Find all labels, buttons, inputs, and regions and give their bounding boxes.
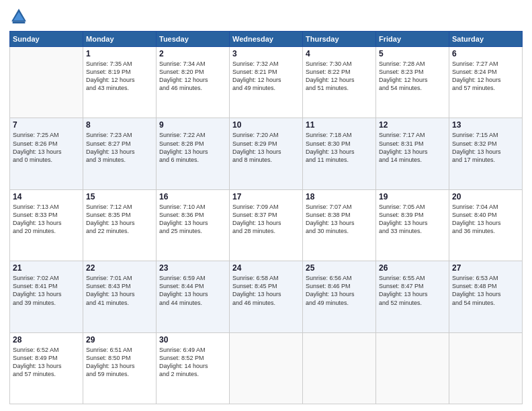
day-number: 7 bbox=[13, 120, 80, 130]
day-info-line: and 0 minutes. bbox=[13, 156, 80, 164]
day-number: 17 bbox=[232, 192, 300, 201]
day-info-line: Sunset: 8:44 PM bbox=[159, 282, 226, 290]
day-number: 26 bbox=[379, 263, 446, 273]
day-info: Sunrise: 6:51 AMSunset: 8:50 PMDaylight:… bbox=[86, 346, 153, 379]
calendar-header-wednesday: Wednesday bbox=[230, 32, 303, 47]
day-info-line: and 59 minutes. bbox=[86, 370, 153, 378]
day-info-line: Sunrise: 7:02 AM bbox=[13, 274, 80, 282]
day-info-line: Sunrise: 7:12 AM bbox=[86, 203, 153, 211]
day-info-line: Sunset: 8:33 PM bbox=[13, 211, 80, 219]
day-info-line: and 14 minutes. bbox=[379, 156, 446, 164]
day-number: 18 bbox=[306, 192, 373, 201]
day-number: 10 bbox=[232, 120, 300, 130]
calendar-cell: 22Sunrise: 7:01 AMSunset: 8:43 PMDayligh… bbox=[83, 261, 157, 332]
calendar-header-row: SundayMondayTuesdayWednesdayThursdayFrid… bbox=[10, 32, 523, 47]
day-info-line: Sunset: 8:23 PM bbox=[379, 68, 446, 76]
day-info-line: Sunrise: 7:01 AM bbox=[86, 274, 153, 282]
day-number: 24 bbox=[232, 263, 300, 273]
logo bbox=[9, 7, 31, 26]
day-info: Sunrise: 7:02 AMSunset: 8:41 PMDaylight:… bbox=[13, 274, 80, 307]
calendar-cell: 21Sunrise: 7:02 AMSunset: 8:41 PMDayligh… bbox=[10, 261, 83, 332]
day-info-line: Sunrise: 7:13 AM bbox=[13, 203, 80, 211]
day-info-line: Daylight: 12 hours bbox=[232, 76, 300, 84]
calendar-cell: 18Sunrise: 7:07 AMSunset: 8:38 PMDayligh… bbox=[303, 189, 376, 261]
day-info-line: Sunrise: 7:30 AM bbox=[306, 60, 373, 68]
day-info-line: Sunset: 8:29 PM bbox=[232, 140, 300, 148]
day-info-line: and 22 minutes. bbox=[86, 227, 153, 235]
day-info-line: and 2 minutes. bbox=[159, 370, 226, 378]
day-number: 22 bbox=[86, 263, 153, 273]
day-info-line: Daylight: 13 hours bbox=[13, 290, 80, 298]
day-info-line: Sunset: 8:47 PM bbox=[379, 282, 446, 290]
day-info: Sunrise: 7:23 AMSunset: 8:27 PMDaylight:… bbox=[86, 131, 153, 164]
calendar-week-row: 7Sunrise: 7:25 AMSunset: 8:26 PMDaylight… bbox=[10, 118, 523, 189]
day-info-line: and 17 minutes. bbox=[452, 156, 519, 164]
day-info-line: Daylight: 13 hours bbox=[13, 219, 80, 227]
day-info-line: Sunset: 8:22 PM bbox=[306, 68, 373, 76]
day-info-line: Sunrise: 6:49 AM bbox=[159, 346, 226, 354]
day-info-line: Sunset: 8:32 PM bbox=[452, 140, 519, 148]
day-info: Sunrise: 6:59 AMSunset: 8:44 PMDaylight:… bbox=[159, 274, 226, 307]
calendar-week-row: 28Sunrise: 6:52 AMSunset: 8:49 PMDayligh… bbox=[10, 332, 523, 404]
day-info-line: Sunset: 8:21 PM bbox=[232, 68, 300, 76]
day-info-line: Sunset: 8:50 PM bbox=[86, 354, 153, 362]
calendar-cell: 17Sunrise: 7:09 AMSunset: 8:37 PMDayligh… bbox=[230, 189, 303, 261]
calendar-cell: 7Sunrise: 7:25 AMSunset: 8:26 PMDaylight… bbox=[10, 118, 83, 189]
day-info-line: and 8 minutes. bbox=[232, 156, 300, 164]
calendar-cell: 6Sunrise: 7:27 AMSunset: 8:24 PMDaylight… bbox=[449, 47, 523, 118]
day-info-line: Sunrise: 7:10 AM bbox=[159, 203, 226, 211]
calendar-week-row: 14Sunrise: 7:13 AMSunset: 8:33 PMDayligh… bbox=[10, 189, 523, 261]
day-info-line: Daylight: 13 hours bbox=[159, 148, 226, 156]
day-info: Sunrise: 7:13 AMSunset: 8:33 PMDaylight:… bbox=[13, 203, 80, 236]
day-info-line: Sunrise: 6:51 AM bbox=[86, 346, 153, 354]
day-info: Sunrise: 7:18 AMSunset: 8:30 PMDaylight:… bbox=[306, 131, 373, 164]
day-info-line: Sunrise: 7:34 AM bbox=[159, 60, 226, 68]
day-info: Sunrise: 7:10 AMSunset: 8:36 PMDaylight:… bbox=[159, 203, 226, 236]
day-info-line: Daylight: 12 hours bbox=[379, 76, 446, 84]
day-info-line: Daylight: 13 hours bbox=[159, 219, 226, 227]
day-info-line: Sunrise: 7:17 AM bbox=[379, 131, 446, 139]
day-info-line: Sunrise: 6:59 AM bbox=[159, 274, 226, 282]
day-info-line: Daylight: 13 hours bbox=[13, 362, 80, 370]
day-info-line: Sunset: 8:27 PM bbox=[86, 140, 153, 148]
day-info-line: Daylight: 13 hours bbox=[452, 290, 519, 298]
calendar-cell: 19Sunrise: 7:05 AMSunset: 8:39 PMDayligh… bbox=[376, 189, 449, 261]
calendar-cell: 24Sunrise: 6:58 AMSunset: 8:45 PMDayligh… bbox=[230, 261, 303, 332]
calendar-cell: 30Sunrise: 6:49 AMSunset: 8:52 PMDayligh… bbox=[157, 332, 230, 404]
day-info-line: Daylight: 13 hours bbox=[452, 219, 519, 227]
day-info-line: Daylight: 13 hours bbox=[13, 148, 80, 156]
day-info: Sunrise: 6:53 AMSunset: 8:48 PMDaylight:… bbox=[452, 274, 519, 307]
calendar-cell bbox=[303, 332, 376, 404]
day-info-line: Sunset: 8:24 PM bbox=[452, 68, 519, 76]
day-number: 20 bbox=[452, 192, 519, 201]
day-info-line: Sunset: 8:48 PM bbox=[452, 282, 519, 290]
day-info-line: and 57 minutes. bbox=[452, 84, 519, 92]
calendar-week-row: 21Sunrise: 7:02 AMSunset: 8:41 PMDayligh… bbox=[10, 261, 523, 332]
day-info-line: Sunrise: 7:18 AM bbox=[306, 131, 373, 139]
day-info-line: Sunrise: 7:23 AM bbox=[86, 131, 153, 139]
day-info-line: Sunrise: 7:27 AM bbox=[452, 60, 519, 68]
day-info-line: Daylight: 13 hours bbox=[86, 362, 153, 370]
day-number: 2 bbox=[159, 49, 226, 58]
day-info-line: Sunset: 8:43 PM bbox=[86, 282, 153, 290]
day-info-line: Daylight: 13 hours bbox=[306, 290, 373, 298]
calendar-cell: 25Sunrise: 6:56 AMSunset: 8:46 PMDayligh… bbox=[303, 261, 376, 332]
day-info: Sunrise: 7:22 AMSunset: 8:28 PMDaylight:… bbox=[159, 131, 226, 164]
day-info: Sunrise: 7:34 AMSunset: 8:20 PMDaylight:… bbox=[159, 60, 226, 93]
calendar-cell: 20Sunrise: 7:04 AMSunset: 8:40 PMDayligh… bbox=[449, 189, 523, 261]
day-info-line: Daylight: 13 hours bbox=[306, 148, 373, 156]
day-info-line: Sunset: 8:26 PM bbox=[13, 140, 80, 148]
day-number: 1 bbox=[86, 49, 153, 58]
day-info: Sunrise: 7:07 AMSunset: 8:38 PMDaylight:… bbox=[306, 203, 373, 236]
day-number: 6 bbox=[452, 49, 519, 58]
day-number: 16 bbox=[159, 192, 226, 201]
page: SundayMondayTuesdayWednesdayThursdayFrid… bbox=[0, 0, 532, 411]
day-info-line: and 44 minutes. bbox=[159, 299, 226, 307]
day-info-line: Sunset: 8:30 PM bbox=[306, 140, 373, 148]
svg-rect-2 bbox=[13, 21, 26, 24]
calendar-cell: 13Sunrise: 7:15 AMSunset: 8:32 PMDayligh… bbox=[449, 118, 523, 189]
calendar-cell: 10Sunrise: 7:20 AMSunset: 8:29 PMDayligh… bbox=[230, 118, 303, 189]
calendar-cell: 9Sunrise: 7:22 AMSunset: 8:28 PMDaylight… bbox=[157, 118, 230, 189]
day-info-line: and 43 minutes. bbox=[86, 84, 153, 92]
calendar-cell bbox=[10, 47, 83, 118]
